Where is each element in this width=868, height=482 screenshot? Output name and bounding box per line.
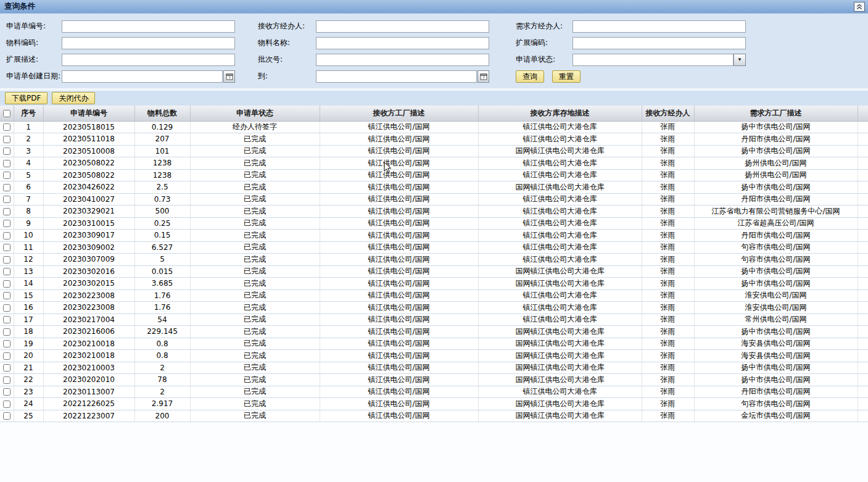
row-checkbox[interactable] — [3, 292, 10, 299]
row-checkbox[interactable] — [3, 123, 10, 131]
table-row[interactable]: 9 20230310015 0.25 已完成 镇江供电公司/国网 镇江供电公司大… — [0, 217, 868, 230]
download-pdf-button[interactable]: 下载PDF — [5, 92, 48, 104]
cell-recv-storage: 国网镇江供电公司大港仓库 — [478, 181, 642, 194]
row-checkbox[interactable] — [3, 256, 10, 264]
table-row[interactable]: 18 20230216006 229.145 已完成 镇江供电公司/国网 国网镇… — [0, 326, 868, 338]
select-all-checkbox[interactable] — [3, 110, 10, 117]
table-row[interactable]: 10 20230309017 0.15 已完成 镇江供电公司/国网 镇江供电公司… — [0, 230, 868, 242]
table-row[interactable]: 19 20230210018 0.8 已完成 镇江供电公司/国网 国网镇江供电公… — [0, 338, 868, 350]
close-todo-button[interactable]: 关闭代办 — [52, 92, 95, 104]
cell-qty: 1238 — [134, 169, 190, 181]
table-row[interactable]: 14 20230302015 3.685 已完成 镇江供电公司/国网 国网镇江供… — [0, 278, 868, 290]
cell-index: 23 — [14, 386, 43, 398]
row-checkbox[interactable] — [3, 160, 10, 167]
cell-index: 25 — [14, 410, 43, 422]
row-checkbox[interactable] — [3, 412, 10, 420]
to-date-input[interactable] — [316, 70, 477, 83]
row-checkbox[interactable] — [3, 244, 10, 251]
table-row[interactable]: 11 20230309002 6.527 已完成 镇江供电公司/国网 镇江供电公… — [0, 241, 868, 254]
cell-recv-storage: 镇江供电公司大港仓库 — [478, 206, 642, 218]
row-checkbox[interactable] — [3, 388, 10, 396]
cell-recv-factory: 镇江供电公司/国网 — [320, 265, 478, 278]
row-checkbox[interactable] — [3, 328, 10, 336]
cell-demand-factory: 扬中市供电公司/国网 — [694, 362, 858, 374]
table-row[interactable]: 5 20230508022 1238 已完成 镇江供电公司/国网 镇江供电公司大… — [0, 169, 868, 181]
material-code-input[interactable] — [62, 37, 235, 49]
table-row[interactable]: 2 20230511018 207 已完成 镇江供电公司/国网 镇江供电公司大港… — [0, 133, 868, 146]
cell-recv-storage: 镇江供电公司大港仓库 — [478, 193, 642, 206]
row-checkbox[interactable] — [3, 172, 10, 179]
query-button[interactable]: 查询 — [516, 70, 544, 83]
table-row[interactable]: 24 20221226025 2.917 已完成 镇江供电公司/国网 国网镇江供… — [0, 398, 868, 410]
header-recv-factory: 接收方工厂描述 — [320, 106, 478, 121]
cell-agent: 张雨 — [642, 121, 694, 133]
row-checkbox[interactable] — [3, 376, 10, 384]
cell-agent: 张雨 — [642, 206, 694, 218]
create-date-input[interactable] — [62, 70, 223, 83]
row-checkbox[interactable] — [3, 184, 10, 191]
row-checkbox[interactable] — [3, 364, 10, 372]
table-row[interactable]: 12 20230307009 5 已完成 镇江供电公司/国网 镇江供电公司大港仓… — [0, 254, 868, 266]
table-row[interactable]: 25 20221223007 200 已完成 镇江供电公司/国网 国网镇江供电公… — [0, 410, 868, 422]
cell-demand-factory: 扬中市供电公司/国网 — [694, 278, 858, 290]
row-checkbox[interactable] — [3, 208, 10, 215]
ext-code-input[interactable] — [572, 37, 746, 49]
table-row[interactable]: 13 20230302016 0.015 已完成 镇江供电公司/国网 国网镇江供… — [0, 265, 868, 278]
table-row[interactable]: 17 20230217004 54 已完成 镇江供电公司/国网 镇江供电公司大港… — [0, 314, 868, 326]
apply-status-input[interactable] — [572, 54, 734, 66]
material-name-input[interactable] — [316, 37, 489, 49]
cell-recv-storage: 镇江供电公司大港仓库 — [478, 302, 642, 314]
cell-apply-no: 20230310015 — [43, 217, 134, 230]
row-checkbox[interactable] — [3, 280, 10, 288]
row-checkbox[interactable] — [3, 220, 10, 227]
collapse-panel-button[interactable] — [854, 2, 865, 12]
cell-status: 已完成 — [190, 410, 320, 422]
cell-qty: 0.015 — [134, 265, 190, 278]
query-panel-header: 查询条件 — [0, 0, 868, 14]
table-row[interactable]: 8 20230329021 500 已完成 镇江供电公司/国网 镇江供电公司大港… — [0, 206, 868, 218]
apply-status-dropdown-button[interactable]: ▼ — [734, 54, 746, 66]
cell-recv-storage: 镇江供电公司大港仓库 — [478, 314, 642, 326]
cell-qty: 0.25 — [134, 217, 190, 230]
row-checkbox[interactable] — [3, 352, 10, 360]
table-row[interactable]: 6 20230426022 2.5 已完成 镇江供电公司/国网 国网镇江供电公司… — [0, 181, 868, 194]
cell-demand-factory: 扬中市供电公司/国网 — [694, 121, 858, 133]
cell-demand-factory: 句容市供电公司/国网 — [694, 398, 858, 410]
table-row[interactable]: 7 20230410027 0.73 已完成 镇江供电公司/国网 镇江供电公司大… — [0, 193, 868, 206]
table-row[interactable]: 3 20230510008 101 已完成 镇江供电公司/国网 国网镇江供电公司… — [0, 145, 868, 157]
ext-desc-input[interactable] — [62, 54, 235, 66]
reset-button[interactable]: 重置 — [552, 70, 581, 83]
row-checkbox[interactable] — [3, 136, 10, 143]
cell-agent: 张雨 — [642, 217, 694, 230]
row-checkbox[interactable] — [3, 401, 10, 408]
cell-index: 3 — [14, 145, 43, 157]
row-checkbox[interactable] — [3, 196, 10, 203]
table-row[interactable]: 15 20230223008 1.76 已完成 镇江供电公司/国网 镇江供电公司… — [0, 289, 868, 302]
cell-recv-factory: 镇江供电公司/国网 — [320, 350, 478, 362]
table-row[interactable]: 16 20230223008 1.76 已完成 镇江供电公司/国网 镇江供电公司… — [0, 302, 868, 314]
cell-demand-factory: 常州供电公司/国网 — [694, 314, 858, 326]
table-row[interactable]: 20 20230210018 0.8 已完成 镇江供电公司/国网 国网镇江供电公… — [0, 350, 868, 362]
row-checkbox[interactable] — [3, 232, 10, 239]
table-row[interactable]: 22 20230202010 78 已完成 镇江供电公司/国网 国网镇江供电公司… — [0, 374, 868, 386]
cell-demand-factory: 扬州供电公司/国网 — [694, 157, 858, 170]
cell-qty: 78 — [134, 374, 190, 386]
table-row[interactable]: 21 20230210003 2 已完成 镇江供电公司/国网 国网镇江供电公司大… — [0, 362, 868, 374]
demand-agent-input[interactable] — [572, 20, 746, 33]
table-row[interactable]: 23 20230113007 2 已完成 镇江供电公司/国网 镇江供电公司大港仓… — [0, 386, 868, 398]
row-checkbox[interactable] — [3, 316, 10, 323]
recv-agent-input[interactable] — [316, 20, 489, 33]
row-checkbox[interactable] — [3, 268, 10, 275]
cell-status: 已完成 — [190, 230, 320, 242]
to-date-picker-button[interactable]: 7 — [477, 70, 489, 83]
table-row[interactable]: 4 20230508022 1238 已完成 镇江供电公司/国网 镇江供电公司大… — [0, 157, 868, 170]
table-row[interactable]: 1 20230518015 0.129 经办人待签字 镇江供电公司/国网 镇江供… — [0, 121, 868, 133]
apply-no-input[interactable] — [62, 20, 235, 33]
create-date-picker-button[interactable]: 7 — [223, 70, 235, 83]
row-checkbox[interactable] — [3, 304, 10, 312]
label-to-date: 到: — [258, 71, 316, 81]
cell-agent: 张雨 — [642, 181, 694, 194]
row-checkbox[interactable] — [3, 340, 10, 347]
row-checkbox[interactable] — [3, 148, 10, 155]
batch-no-input[interactable] — [316, 54, 489, 66]
